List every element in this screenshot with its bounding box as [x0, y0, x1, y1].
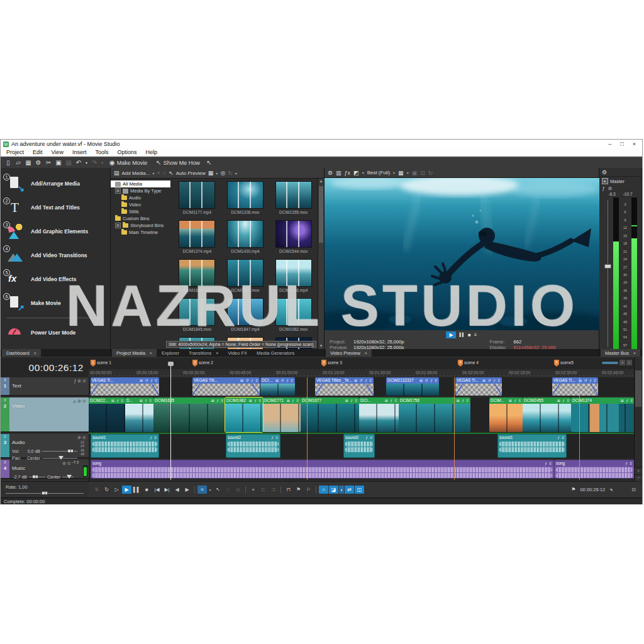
tree-item-custom-bins[interactable]: Custom Bins	[111, 215, 170, 222]
tree-item-stills[interactable]: Stills	[111, 208, 170, 215]
clip-header-icons[interactable]: ⊞ ƒ ≡	[385, 397, 397, 404]
project-properties-icon[interactable]: ⚙	[33, 158, 43, 167]
dashboard-item-add-video-transitions[interactable]: 4Add Video Transitions	[1, 243, 110, 267]
dashboard-item-add-video-effects[interactable]: 5Add Video Effects	[1, 267, 110, 291]
tab-explorer[interactable]: Explorer	[157, 349, 184, 357]
video-clip-dcim2455[interactable]: DCIM2455⊞ ƒ ≡	[523, 397, 571, 432]
lock-icon[interactable]: ⊓	[284, 486, 293, 494]
video-clip-dcim1982[interactable]: DCIM1982⊞ ƒ ≡	[225, 397, 263, 432]
dropdown-caret-icon[interactable]: ▾	[393, 170, 395, 175]
tool-caret-icon[interactable]: ▾	[208, 486, 213, 494]
copy-snapshot-icon[interactable]: ▣	[412, 170, 418, 176]
track-header-text[interactable]: ≡1 Text ƒ ⊘ ⊙	[1, 377, 89, 396]
make-movie-button[interactable]: ◉ Make Movie	[105, 159, 152, 166]
music-pan-slider[interactable]	[62, 477, 74, 477]
clip-header-icons[interactable]: ƒ ≡	[365, 435, 373, 441]
video-clip-d[interactable]: D...⊞ ƒ ≡	[125, 397, 153, 432]
volume-slider[interactable]	[42, 451, 77, 452]
save-snapshot-icon[interactable]: ⊡	[420, 170, 425, 176]
save-icon[interactable]: ▦	[23, 158, 33, 167]
audio-clip-sound1[interactable]: sound1ƒ ≡	[91, 434, 159, 458]
clip-header-icons[interactable]: ƒ ≡	[150, 435, 157, 441]
text-clip-vegas-ti[interactable]: VEGAS Ti...⊞ ↺ ƒ ≡	[91, 377, 159, 396]
insert-region-icon[interactable]: ⚐	[304, 486, 313, 494]
clip-header-icons[interactable]: ⊞ ƒ ≡	[509, 397, 521, 404]
media-item-dcim1544-mov[interactable]: DCIM1544.mov	[269, 220, 318, 259]
music-volume-slider[interactable]	[29, 477, 45, 477]
track-header-video[interactable]: ≡2 Video ◬ ⊘ ⊙	[1, 397, 89, 433]
clip-header-icons[interactable]: ⊞ ↺ ƒ ≡	[579, 377, 597, 384]
clip-header-icons[interactable]: ⊞ ↺ ƒ ≡	[354, 377, 372, 384]
timeline-marker-scene-2[interactable]: 2scene 2	[192, 360, 213, 367]
zoom-in-icon[interactable]: ＋	[619, 360, 625, 365]
timeline-marker-scene-3[interactable]: 3scene 3	[321, 360, 342, 367]
undo-icon[interactable]: ↶	[74, 158, 84, 167]
timecode-display[interactable]: 00:00:26:12	[1, 358, 89, 377]
text-clip-vegas-titles-te[interactable]: VEGAS Titles _Te...⊞ ↺ ƒ ≡	[315, 377, 374, 396]
clip-header-icons[interactable]: ⊞ ƒ ≡	[557, 397, 570, 404]
clip-header-icons[interactable]: ⊞ ƒ ≡	[345, 397, 358, 404]
normal-edit-tool-icon[interactable]: ↖	[213, 486, 223, 494]
media-item-dcim1677-mov[interactable]: DCIM1677.mov	[221, 259, 270, 298]
view-mode-icon[interactable]: ▦	[208, 170, 214, 176]
scroll-up-icon[interactable]: ▲	[318, 179, 324, 184]
tab-video-fx[interactable]: Video FX	[223, 349, 252, 357]
track-zoom-in-icon[interactable]: ＋	[635, 467, 642, 474]
media-item-dcim1430-mp4[interactable]: DCIM1430.mp4	[221, 220, 270, 259]
playhead[interactable]	[170, 365, 171, 480]
media-item-dcim1355-mov[interactable]: DCIM1355.mov	[269, 181, 318, 220]
tree-item-audio[interactable]: Audio	[111, 194, 170, 201]
video-clip-dcim[interactable]: DCIM...⊞ ƒ ≡	[489, 397, 523, 432]
expand-box[interactable]	[115, 223, 121, 228]
clip-header-icons[interactable]: ⊞ ƒ ≡	[140, 397, 152, 404]
dashboard-item-power-user-mode[interactable]: Power User Mode	[1, 321, 110, 345]
dropdown-caret-icon[interactable]: ▾	[407, 170, 409, 175]
paste-icon[interactable]: ▤	[64, 158, 74, 167]
clip-header-icons[interactable]: ⊞ ↺ ƒ ≡	[419, 377, 438, 384]
new-project-icon[interactable]: ▯	[3, 158, 13, 167]
trim-end-icon[interactable]: ⊐	[269, 486, 278, 494]
menu-help[interactable]: Help	[141, 149, 162, 155]
tab-master-bus[interactable]: Master Bus×	[601, 349, 640, 357]
timeline-marker-scene-4[interactable]: 4scene 4	[458, 360, 479, 367]
clip-header-icons[interactable]: ⊞ ↺ ƒ ≡	[482, 377, 501, 384]
track-zoom-out-icon[interactable]: −	[635, 474, 642, 481]
track-mute-solo-icons[interactable]: ⊘ ⊙	[77, 435, 86, 440]
master-fader[interactable]	[604, 197, 612, 350]
text-clip-vegas-ti[interactable]: VEGAS Ti...⊞ ↺ ƒ ≡	[552, 377, 598, 396]
close-icon[interactable]: ×	[150, 351, 152, 355]
split-trim-icon[interactable]: ⇄	[345, 486, 354, 494]
music-clip-song[interactable]: songƒ ≡	[91, 460, 554, 479]
scrub-control-icon[interactable]: ⇅	[92, 486, 101, 494]
tab-transitions[interactable]: Transitions×	[184, 349, 223, 357]
menu-tools[interactable]: Tools	[91, 149, 113, 155]
media-item-dcim1847-mp4[interactable]: DCIM1847.mp4	[221, 298, 270, 337]
add-media-icon[interactable]: ▤	[114, 170, 119, 176]
menu-edit[interactable]: Edit	[28, 149, 47, 155]
preview-play-button[interactable]: ▶	[446, 331, 456, 338]
dropdown-caret-icon[interactable]: ▾	[235, 171, 237, 175]
clip-header-icons[interactable]: ⊞ ↺ ƒ ≡	[240, 377, 258, 384]
bus-fx-icon[interactable]: ƒ	[602, 186, 604, 191]
close-icon[interactable]: ×	[34, 351, 36, 355]
video-output-fx-icon[interactable]: ƒx	[345, 170, 351, 176]
video-clip-dcim1677[interactable]: DCIM1677⊞ ƒ ≡	[301, 397, 359, 432]
dropdown-caret-icon[interactable]: ▾	[152, 171, 154, 175]
text-clip-vegas-titl[interactable]: VEGAS Titl...⊞ ↺ ƒ ≡	[192, 377, 260, 396]
media-item-dcim1982-mov[interactable]: DCIM1982.mov	[269, 298, 318, 337]
insert-marker-icon[interactable]: ⚑	[294, 486, 303, 494]
expand-timeline-icon[interactable]: ⊡	[632, 487, 636, 492]
clip-header-icons[interactable]: ƒ ≡	[625, 460, 633, 467]
menu-project[interactable]: Project	[2, 149, 28, 155]
undo-caret-icon[interactable]: ▾	[84, 158, 89, 167]
go-to-end-button[interactable]: ▶|	[162, 486, 172, 494]
pause-button[interactable]: ▌▌	[132, 486, 142, 494]
preview-menu-icon[interactable]: ≡	[474, 332, 477, 338]
tree-item-media-by-type[interactable]: Media By Type	[111, 187, 170, 194]
text-clip-dcim[interactable]: DCIM...⊞ ↺ ƒ ≡	[260, 377, 295, 396]
clip-header-icons[interactable]: ⊞ ↺ ƒ ≡	[275, 377, 294, 384]
overlays-icon[interactable]: ▥	[336, 170, 341, 176]
snapping-icon[interactable]: ∩	[319, 486, 328, 494]
refresh-preview-icon[interactable]: ↻	[428, 170, 433, 176]
dashboard-item-add-graphic-elements[interactable]: 3Add Graphic Elements	[1, 219, 110, 243]
